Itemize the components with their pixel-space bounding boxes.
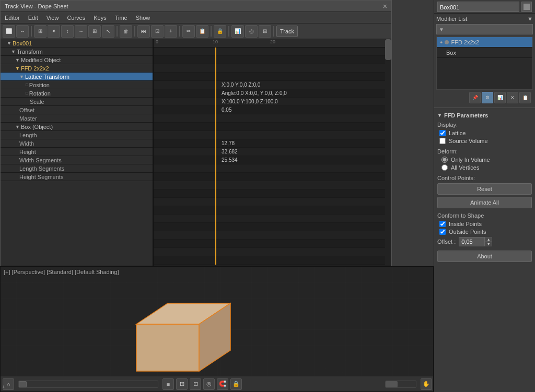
menu-edit[interactable]: Edit [24,14,42,22]
menu-time[interactable]: Time [111,14,132,22]
ruler-0: 0 [156,39,158,44]
timeline-row-fill6 [154,231,391,240]
mod-tool-delete[interactable]: ✕ [507,92,518,103]
vp-tool-grid[interactable]: ⊞ [176,378,188,390]
timeline-row-box-obj [154,131,391,139]
timeline-row-fill9 [154,256,391,265]
toolbar-btn-cursor[interactable]: ↖ [102,25,114,38]
toolbar-btn-5[interactable]: → [75,25,87,38]
track-transform[interactable]: ▼Transform [1,47,153,56]
vp-progress[interactable] [385,381,416,388]
toolbar-btn-3[interactable]: ✦ [48,25,60,38]
source-volume-checkbox[interactable] [439,138,446,144]
outside-points-checkbox[interactable] [439,229,446,235]
track-lattice-transform[interactable]: ▼Lattice Transform [1,73,153,81]
timeline-v-thumb[interactable] [385,39,391,60]
toolbar-btn-filter[interactable]: ⊞ [34,25,46,38]
offset-input[interactable] [459,237,485,246]
track-height-segments[interactable]: Height Segments [1,173,153,181]
vp-tool-circle[interactable]: ◎ [203,378,215,390]
control-points-label: Control Points: [437,175,532,181]
object-name[interactable]: Box001 [437,2,519,12]
timeline-row-hs [154,181,391,189]
track-height[interactable]: Height [1,148,153,156]
toolbar-btn-delete[interactable]: 🗑 [120,25,132,38]
track-list: ▼Box001 ▼Transform ▼Modified Object ▼FFD… [1,39,154,266]
toolbar-btn-2[interactable]: ↔ [16,25,29,38]
inside-points-checkbox[interactable] [439,221,446,227]
mod-tool-copy[interactable]: 📋 [519,92,531,103]
lattice-label: Lattice [449,130,466,136]
mod-tool-pin[interactable]: 📌 [469,92,481,103]
track-box001[interactable]: ▼Box001 [1,39,153,47]
menu-editor[interactable]: Editor [1,14,24,22]
track-position[interactable]: □Position [1,81,153,89]
track-length-segments[interactable]: Length Segments [1,164,153,173]
track-scale[interactable]: Scale [1,98,153,106]
modifier-dropdown[interactable]: ▼ [436,24,533,34]
track-button[interactable]: Track [276,26,298,37]
toolbar-btn-copy[interactable]: 📋 [196,25,208,38]
timeline-area[interactable]: 0 10 20 X:0,0 Y:0,0 Z:0,0 [154,39,391,266]
all-vertices-row: All Vertices [437,164,532,171]
vp-tool-ffd[interactable]: ⊡ [190,378,201,390]
vp-tool-pan[interactable]: ✋ [421,378,432,390]
color-swatch[interactable] [521,2,532,12]
track-box-object[interactable]: ▼Box (Object) [1,123,153,131]
lattice-checkbox[interactable] [439,130,446,136]
vp-timeslider[interactable] [18,381,158,388]
vp-tool-magnet[interactable]: 🧲 [217,378,228,390]
vp-tool-list[interactable]: ≡ [162,378,174,390]
close-button[interactable]: × [383,2,387,10]
mod-tool-graph[interactable]: 📊 [494,92,506,103]
toolbar-btn-expand[interactable]: ⊡ [151,25,164,38]
modifier-box[interactable]: Box [437,47,532,58]
source-volume-row: Source Volume [437,138,532,144]
about-button[interactable]: About [437,251,532,262]
modifier-dropdown-arrow[interactable]: ▼ [527,16,533,22]
toolbar-btn-graph[interactable]: 📊 [231,25,244,38]
track-width[interactable]: Width [1,139,153,148]
track-offset[interactable]: Offset [1,106,153,114]
menu-show[interactable]: Show [132,14,155,22]
only-in-volume-radio[interactable] [441,157,448,163]
timeline-v-scrollbar[interactable] [385,39,391,266]
vp-timeslider-thumb[interactable] [19,381,27,387]
menu-curves[interactable]: Curves [63,14,89,22]
track-length[interactable]: Length [1,131,153,139]
spinner-up[interactable]: ▲ [485,237,492,242]
mod-tool-settings[interactable]: ⚙ [482,92,493,103]
toolbar-btn-add[interactable]: + [165,25,177,38]
mod-stack-empty [437,58,532,89]
timeline-row-rotation: X:100,0 Y:100,0 Z:100,0 [154,98,391,106]
toolbar-sep-1 [31,26,32,37]
ffd-parameters: ▼ FFD Parameters Display: Lattice Source… [434,108,535,266]
toolbar-btn-4[interactable]: ↕ [61,25,74,38]
vp-tool-lock[interactable]: 🔒 [230,378,242,390]
track-master[interactable]: Master [1,114,153,123]
timeline-row-ls [154,173,391,181]
modifier-ffd[interactable]: ● FFD 2x2x2 [437,37,532,47]
toolbar-btn-circle[interactable]: ◎ [245,25,258,38]
toolbar-btn-back[interactable]: ⏮ [137,25,150,38]
toolbar-btn-6[interactable]: ⊞ [88,25,101,38]
outside-points-label: Outside Points [449,229,486,235]
toolbar-btn-edit[interactable]: ✏ [182,25,195,38]
modifier-box-label: Box [446,50,456,56]
menu-keys[interactable]: Keys [89,14,110,22]
deform-group: Deform: Only In Volume All Vertices [437,148,532,171]
eye-icon[interactable]: ● [440,40,443,45]
menu-view[interactable]: View [42,14,63,22]
toolbar-btn-lock[interactable]: 🔒 [214,25,226,38]
reset-button[interactable]: Reset [437,183,532,195]
animate-all-button[interactable]: Animate All [437,197,532,208]
track-rotation[interactable]: □Rotation [1,89,153,98]
toolbar-btn-grid[interactable]: ⊞ [259,25,271,38]
track-modified-object[interactable]: ▼Modified Object [1,56,153,64]
track-width-segments[interactable]: Width Segments [1,156,153,164]
all-vertices-radio[interactable] [441,164,448,171]
spinner-down[interactable]: ▼ [485,242,492,246]
track-ffd[interactable]: ▼FFD 2x2x2 [1,64,153,73]
timeline-row-position: Angle:0,0 X:0,0, Y:0,0, Z:0,0 [154,89,391,98]
toolbar-btn-1[interactable]: ⬜ [3,25,15,38]
